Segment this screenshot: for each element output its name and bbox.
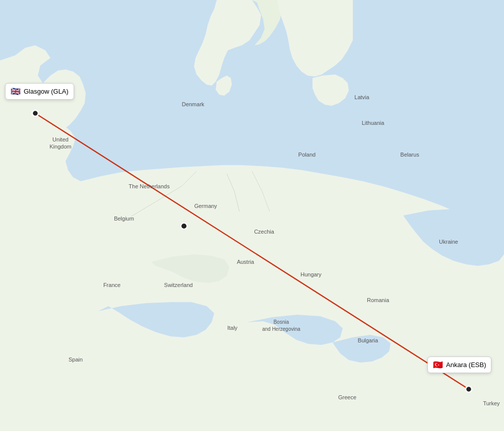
svg-text:Kingdom: Kingdom — [49, 143, 71, 150]
map-container: Denmark Latvia Lithuania Belarus Poland … — [0, 0, 504, 431]
svg-text:Romania: Romania — [367, 297, 390, 303]
svg-text:Lithuania: Lithuania — [362, 120, 385, 126]
svg-text:Hungary: Hungary — [300, 271, 322, 277]
svg-point-9 — [181, 223, 187, 229]
svg-point-10 — [32, 110, 38, 116]
svg-text:Latvia: Latvia — [354, 94, 369, 100]
svg-text:Czechia: Czechia — [254, 229, 275, 235]
svg-text:Spain: Spain — [69, 356, 83, 363]
svg-text:and Herzegovina: and Herzegovina — [262, 326, 300, 332]
svg-text:Austria: Austria — [237, 259, 255, 265]
svg-text:France: France — [103, 282, 120, 288]
svg-text:Greece: Greece — [338, 394, 356, 400]
svg-text:Ukraine: Ukraine — [439, 239, 458, 245]
svg-text:Belgium: Belgium — [114, 216, 134, 222]
svg-text:The Netherlands: The Netherlands — [129, 183, 170, 189]
svg-point-11 — [466, 386, 472, 392]
svg-text:Bulgaria: Bulgaria — [358, 337, 379, 343]
svg-text:Switzerland: Switzerland — [164, 282, 193, 288]
svg-text:Belarus: Belarus — [400, 152, 419, 158]
svg-text:Turkey: Turkey — [483, 400, 500, 406]
svg-text:Bosnia: Bosnia — [274, 319, 289, 325]
svg-text:Germany: Germany — [194, 203, 217, 209]
svg-text:Denmark: Denmark — [182, 101, 205, 107]
svg-text:United: United — [52, 136, 69, 142]
svg-text:Poland: Poland — [298, 152, 316, 158]
svg-text:Italy: Italy — [227, 325, 238, 331]
